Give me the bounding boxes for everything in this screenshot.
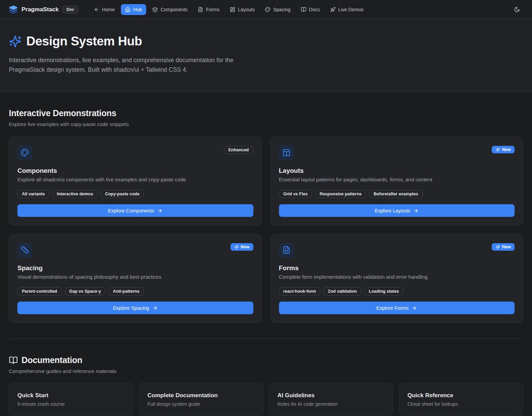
docs-section-subtitle: Comprehensive guides and reference mater… — [9, 368, 523, 374]
demos-section-subtitle: Explore live examples with copy-paste co… — [9, 121, 523, 127]
sparkles-icon — [9, 35, 22, 48]
main-content: Interactive Demonstrations Explore live … — [0, 108, 532, 416]
box-icon — [152, 7, 158, 12]
explore-components-button[interactable]: Explore Components — [17, 204, 253, 217]
doc-card-title: Quick Reference — [407, 392, 515, 399]
docs-section-title: Documentation — [22, 355, 82, 365]
theme-toggle-button[interactable] — [511, 3, 523, 16]
ruler-icon — [21, 246, 29, 254]
arrow-right-icon — [157, 208, 163, 213]
tag-list: react-hook-form Zod validation Loading s… — [279, 287, 515, 295]
tag-chip: Interactive demos — [52, 190, 97, 198]
explore-forms-button[interactable]: Explore Forms — [279, 302, 515, 314]
file-text-icon-tile — [279, 242, 294, 258]
enhanced-badge: Enhanced — [224, 146, 253, 154]
tag-chip: react-hook-form — [279, 287, 321, 295]
new-badge: New — [492, 146, 515, 153]
tag-chip: Zod validation — [323, 287, 361, 295]
card-description: Essential layout patterns for pages, das… — [279, 177, 515, 182]
tag-chip: Loading states — [364, 287, 403, 295]
badge-label: New — [502, 147, 511, 152]
tag-chip: Copy-paste code — [101, 190, 144, 198]
arrow-left-icon — [94, 7, 99, 12]
button-label: Explore Spacing — [113, 305, 149, 311]
nav-label: Live Demos — [338, 7, 364, 12]
badge-label: New — [241, 245, 250, 249]
doc-card-subtitle: Full design system guide — [148, 401, 255, 407]
arrow-right-icon — [152, 305, 158, 311]
doc-card-ai-guidelines[interactable]: AI Guidelines Rules for AI code generati… — [269, 383, 393, 416]
nav-item-home[interactable]: Home — [90, 4, 119, 15]
section-divider — [9, 338, 523, 339]
explore-spacing-button[interactable]: Explore Spacing — [17, 302, 253, 314]
tag-chip: Gap vs Space-y — [65, 287, 106, 295]
card-title: Forms — [279, 264, 515, 272]
arrow-right-icon — [411, 305, 417, 311]
dev-badge: Dev — [62, 6, 78, 13]
nav-item-layouts[interactable]: Layouts — [226, 4, 259, 15]
moon-icon — [514, 6, 520, 13]
nav-item-docs[interactable]: Docs — [297, 4, 324, 15]
page-description: Interactive demonstrations, live example… — [9, 55, 261, 74]
nav-label: Components — [160, 7, 187, 12]
card-title: Components — [17, 167, 253, 175]
nav-item-live-demos[interactable]: Live Demos — [326, 4, 368, 15]
sparkles-icon — [234, 245, 239, 249]
tag-chip: Before/after examples — [369, 190, 423, 198]
new-badge: New — [492, 243, 515, 251]
file-text-icon — [198, 7, 203, 12]
demos-section-header: Interactive Demonstrations Explore live … — [9, 108, 523, 127]
demos-section-title: Interactive Demonstrations — [9, 108, 523, 118]
doc-card-quick-start[interactable]: Quick Start 5-minute crash course — [9, 383, 133, 416]
tag-list: Parent-controlled Gap vs Space-y Anti-pa… — [17, 287, 253, 295]
brand[interactable]: PragmaStack Dev — [9, 5, 78, 14]
brand-name: PragmaStack — [22, 6, 59, 13]
demo-card-spacing: New Spacing Visual demonstrations of spa… — [9, 234, 262, 323]
nav-item-forms[interactable]: Forms — [194, 4, 224, 15]
ruler-icon-tile — [17, 242, 32, 258]
doc-card-subtitle: Cheat sheet for lookups — [407, 401, 515, 407]
nav-item-components[interactable]: Components — [148, 4, 192, 15]
tag-chip: Parent-controlled — [17, 287, 62, 295]
new-badge: New — [230, 243, 253, 251]
rocket-icon — [330, 7, 336, 12]
doc-card-title: AI Guidelines — [278, 392, 385, 399]
nav-label: Hub — [133, 7, 142, 12]
badge-label: New — [502, 245, 511, 249]
button-label: Explore Components — [108, 208, 154, 213]
palette-icon-tile — [17, 145, 32, 160]
page-title: Design System Hub — [26, 34, 142, 48]
demo-card-layouts: New Layouts Essential layout patterns fo… — [270, 137, 523, 225]
tag-chip: Grid vs Flex — [279, 190, 312, 198]
button-label: Explore Layouts — [375, 208, 410, 213]
nav-label: Spacing — [273, 7, 291, 12]
layout-dashboard-icon — [230, 7, 235, 12]
tag-chip: Anti-patterns — [109, 287, 144, 295]
main-nav: Home Hub Components Forms Layouts Spacin… — [90, 4, 368, 15]
card-description: Visual demonstrations of spacing philoso… — [17, 274, 253, 280]
nav-label: Forms — [206, 7, 220, 12]
card-title: Layouts — [279, 167, 515, 175]
layers-logo-icon — [9, 5, 18, 14]
nav-item-spacing[interactable]: Spacing — [261, 4, 295, 15]
card-description: Complete form implementations with valid… — [279, 274, 515, 280]
doc-card-quick-reference[interactable]: Quick Reference Cheat sheet for lookups — [399, 383, 523, 416]
book-open-icon — [301, 7, 306, 12]
doc-card-title: Quick Start — [17, 392, 125, 399]
nav-label: Home — [102, 7, 115, 12]
doc-card-title: Complete Documentation — [148, 392, 255, 399]
explore-layouts-button[interactable]: Explore Layouts — [279, 204, 515, 217]
hero-section: Design System Hub Interactive demonstrat… — [0, 19, 532, 92]
nav-item-hub[interactable]: Hub — [121, 4, 146, 15]
button-label: Explore Forms — [376, 305, 408, 311]
tag-list: Grid vs Flex Responsive patterns Before/… — [279, 190, 515, 198]
file-text-icon — [282, 246, 291, 254]
doc-card-complete-documentation[interactable]: Complete Documentation Full design syste… — [139, 383, 263, 416]
panel-top-icon-tile — [279, 145, 294, 160]
card-description: Explore all shadcn/ui components with li… — [17, 177, 253, 182]
panel-top-icon — [282, 149, 291, 157]
house-icon — [125, 7, 130, 12]
doc-card-grid: Quick Start 5-minute crash course Comple… — [9, 383, 523, 416]
sparkles-icon — [495, 148, 500, 152]
arrow-right-icon — [413, 208, 419, 213]
